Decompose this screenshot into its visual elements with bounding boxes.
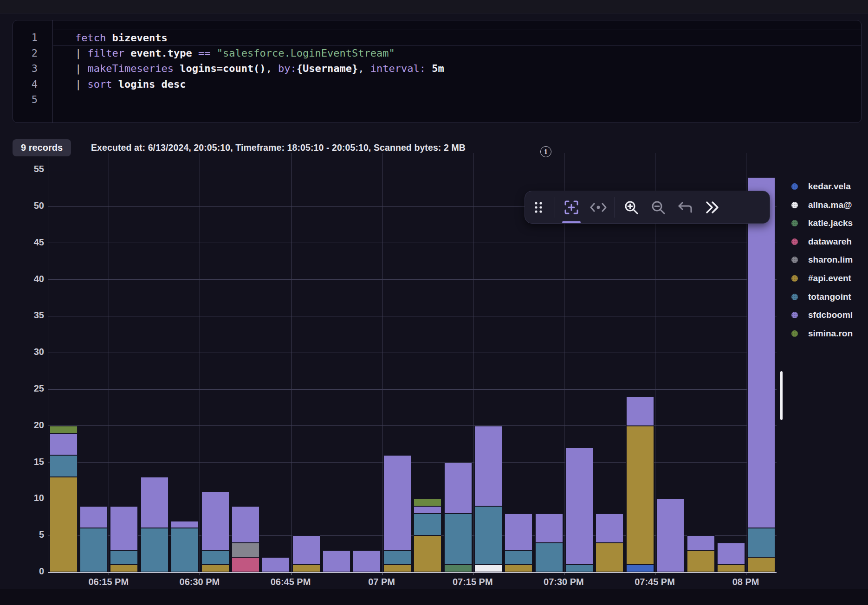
top-strip <box>0 0 868 13</box>
bar-segment <box>201 550 229 565</box>
query-editor[interactable]: 12345 fetch bizevents| filter event.type… <box>13 20 862 123</box>
records-count-label: 9 records <box>21 142 63 153</box>
legend-item[interactable]: datawareh <box>791 237 852 247</box>
legend-item[interactable]: katie.jacks <box>791 218 853 228</box>
legend-series-label: alina.ma@ <box>808 200 852 210</box>
editor-code-area[interactable]: fetch bizevents| filter event.type == "s… <box>53 20 861 122</box>
bar-segment <box>110 506 138 550</box>
y-axis-tick-label: 30 <box>3 347 44 357</box>
x-axis-tick-label: 06:30 PM <box>167 577 232 587</box>
bar-segment <box>80 528 108 572</box>
editor-code-line[interactable] <box>53 92 861 108</box>
bar-segment <box>80 506 108 528</box>
h-gridline <box>48 243 777 243</box>
bar-segment <box>565 565 593 572</box>
editor-line-number: 3 <box>13 61 52 77</box>
editor-line-number-gutter: 12345 <box>13 20 53 122</box>
y-axis-tick-label: 40 <box>3 274 44 284</box>
editor-code-line[interactable]: | sort logins desc <box>53 77 861 92</box>
bar-segment <box>474 426 502 506</box>
h-gridline <box>48 353 777 353</box>
x-tick-mark <box>109 572 109 575</box>
y-axis-tick-label: 50 <box>3 200 44 211</box>
code-token: | <box>75 63 88 74</box>
bar-segment <box>535 543 563 572</box>
bar-segment <box>50 455 78 477</box>
y-axis-tick-label: 10 <box>3 493 44 503</box>
bar-segment <box>444 565 472 572</box>
bar-segment <box>50 426 78 433</box>
legend-series-label: sharon.lim <box>808 255 853 265</box>
zoom-selection-icon[interactable] <box>558 191 585 223</box>
legend-series-label: kedar.vela <box>808 181 851 192</box>
code-token: bizevents <box>106 32 167 44</box>
legend-item[interactable]: alina.ma@ <box>791 200 852 210</box>
y-axis-tick-label: 25 <box>3 383 44 394</box>
legend-item[interactable]: kedar.vela <box>791 181 851 192</box>
legend-series-label: katie.jacks <box>808 218 853 228</box>
legend-series-label: simina.ron <box>808 328 853 339</box>
legend-item[interactable]: simina.ron <box>791 328 853 339</box>
bar-segment <box>232 543 259 558</box>
h-gridline <box>48 316 777 316</box>
code-token: makeTimeseries <box>88 63 174 74</box>
chart-legend: kedar.velaalina.ma@katie.jacksdatawarehs… <box>791 176 868 353</box>
code-token: 5m <box>426 63 444 74</box>
editor-code-line[interactable]: | makeTimeseries logins=count(), by:{Use… <box>53 61 861 77</box>
legend-item[interactable]: sharon.lim <box>791 255 853 265</box>
bar-segment <box>687 550 715 572</box>
code-token: fetch <box>75 32 106 44</box>
legend-series-dot <box>791 294 798 300</box>
x-tick-mark <box>291 572 291 575</box>
code-token: interval: <box>364 63 426 74</box>
zoom-in-icon[interactable] <box>618 191 645 223</box>
code-token: sort <box>88 78 112 90</box>
editor-code-line[interactable]: fetch bizevents <box>53 30 861 45</box>
code-token: filter <box>88 47 124 59</box>
expand-right-icon[interactable] <box>699 191 725 223</box>
h-gridline <box>48 389 777 390</box>
legend-series-dot <box>791 202 798 208</box>
x-axis-tick-label: 06:15 PM <box>76 577 141 587</box>
active-tool-underline <box>562 221 581 223</box>
bar-segment <box>474 565 502 572</box>
editor-code-line[interactable]: | filter event.type == "salesforce.Login… <box>53 45 861 61</box>
v-gridline <box>291 153 291 572</box>
app-root: { "editor": { "lines": [ {"num":"1","cur… <box>0 0 868 605</box>
bar-segment <box>232 506 259 543</box>
bar-segment <box>171 521 199 528</box>
legend-series-dot <box>791 220 798 226</box>
bar-segment <box>141 477 168 528</box>
x-axis-tick-label: 06:45 PM <box>258 577 323 587</box>
bar-segment <box>201 492 229 550</box>
undo-icon[interactable] <box>672 191 699 223</box>
editor-line-number: 5 <box>13 92 52 108</box>
pan-horizontal-icon[interactable] <box>585 191 612 223</box>
bar-segment <box>444 514 472 565</box>
x-tick-mark <box>655 572 655 575</box>
x-tick-mark <box>746 572 746 575</box>
x-axis-tick-label: 07:30 PM <box>531 577 596 587</box>
legend-item[interactable]: totangoint <box>791 292 851 302</box>
legend-item[interactable]: sfdcboomi <box>791 310 853 320</box>
y-axis-tick-label: 20 <box>3 420 44 431</box>
bar-segment <box>50 477 78 572</box>
legend-item[interactable]: #api.event <box>791 273 851 283</box>
code-token: by: <box>272 63 297 74</box>
x-axis-tick-label: 07:15 PM <box>440 577 505 587</box>
h-gridline <box>48 425 777 426</box>
drag-handle-icon[interactable] <box>525 191 552 223</box>
bar-segment <box>717 565 745 572</box>
code-token: {Username} <box>297 63 358 74</box>
y-axis-tick-label: 35 <box>3 310 44 321</box>
bar-segment <box>414 506 441 514</box>
legend-series-dot <box>791 183 798 190</box>
legend-scrollbar-thumb[interactable] <box>780 371 783 420</box>
bar-segment <box>687 535 715 550</box>
bar-segment <box>444 463 472 514</box>
bar-segment <box>414 499 441 506</box>
bar-segment <box>353 550 381 572</box>
bar-segment <box>383 455 411 550</box>
bar-segment <box>596 543 623 572</box>
zoom-out-icon[interactable] <box>645 191 672 223</box>
